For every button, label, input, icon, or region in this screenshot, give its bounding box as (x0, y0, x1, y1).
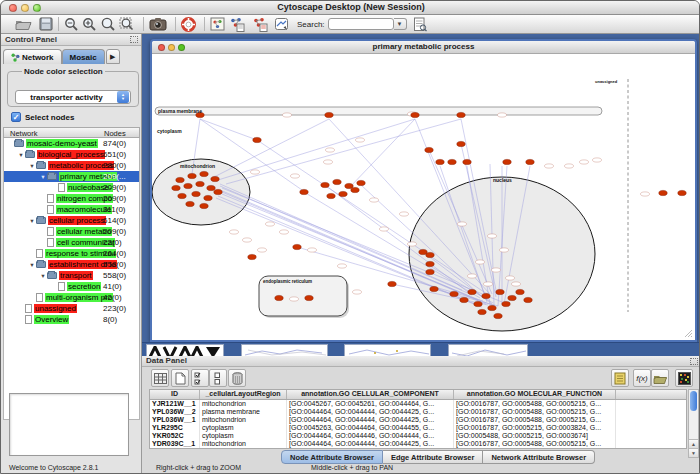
table-cell[interactable]: YLR295C (150, 424, 200, 432)
more-tabs-button[interactable]: ▶ (106, 49, 120, 64)
table-cell[interactable]: YPL036W__1 (150, 416, 200, 424)
background-window-fragment[interactable] (344, 344, 431, 356)
table-cell[interactable]: YKR052C (150, 432, 200, 440)
node-color-dropdown[interactable]: transporter activity ▲▼ (15, 90, 131, 104)
birdseye-view-panel[interactable] (9, 393, 129, 456)
scroll-up-arrow[interactable]: ▲ (689, 439, 698, 448)
column-header-cellularlayoutregion[interactable]: _cellularLayoutRegion (200, 390, 287, 399)
column-header-id[interactable]: ID (150, 390, 200, 399)
table-cell[interactable]: cytoplasm (200, 424, 287, 432)
table-row-ypl036w-2[interactable]: YPL036W__2plasma membrane[GO:0044464, GO… (150, 408, 686, 416)
tab-node-attribute-browser[interactable]: Node Attribute Browser (281, 450, 383, 464)
tab-mosaic[interactable]: Mosaic (62, 49, 105, 64)
tree-row-transport[interactable]: ▼transport558(0) (4, 270, 139, 281)
matrix-heatmap-icon[interactable] (675, 369, 693, 387)
table-cell[interactable]: [GO:0016787, GO:0005488, GO:0005215, G..… (454, 408, 616, 416)
float-panel-icon[interactable] (130, 36, 138, 43)
window-titlebar[interactable]: Cytoscape Desktop (New Session) (1, 1, 700, 15)
tree-row-nucleobase[interactable]: nucleobase-209(0) (4, 182, 139, 193)
tree-row-secretion[interactable]: secretion41(0) (4, 281, 139, 292)
tab-edge-attribute-browser[interactable]: Edge Attribute Browser (383, 450, 483, 464)
snapshot-camera-icon[interactable] (149, 15, 167, 33)
search-dropdown-arrow[interactable]: ▼ (394, 18, 407, 30)
table-cell[interactable]: [GO:0044464, GO:0044444, GO:0044425, G..… (287, 408, 454, 416)
table-scrollbar[interactable]: ▲ ▼ (688, 389, 699, 458)
new-attribute-icon[interactable] (171, 369, 189, 387)
table-cell[interactable]: YPL036W__2 (150, 408, 200, 416)
expand-arrow-icon[interactable]: ▼ (28, 163, 36, 169)
tree-row-response-to-stimulu[interactable]: response to stimulu264(0) (4, 248, 139, 259)
table-row-yjr121w-1[interactable]: YJR121W__1mitochondrion[GO:0045267, GO:0… (150, 400, 686, 408)
network-canvas[interactable]: plasma membranecytoplasmmitochondrionnuc… (152, 54, 695, 340)
import-annotation-icon[interactable] (413, 15, 427, 33)
table-cell[interactable]: [GO:0005488, GO:0005215, GO:0003674] (454, 432, 616, 440)
attribute-table[interactable]: ID_cellularLayoutRegionannotation.GO CEL… (149, 389, 687, 449)
float-panel-icon[interactable] (690, 358, 698, 365)
attribute-editor-icon[interactable] (611, 369, 629, 387)
tree-row-biological-process[interactable]: ▼biological_process651(0) (4, 149, 139, 160)
background-window-fragment[interactable] (241, 344, 328, 356)
table-row-ypl036w-1[interactable]: YPL036W__1mitochondrion[GO:0044464, GO:0… (150, 416, 686, 424)
table-cell[interactable]: mitochondrion (200, 416, 287, 424)
zoom-out-icon[interactable] (64, 15, 79, 33)
import-attributes-folder-icon[interactable] (651, 369, 669, 387)
expand-arrow-icon[interactable]: ▼ (28, 262, 36, 268)
background-window-fragment[interactable] (146, 344, 224, 356)
expand-arrow-icon[interactable]: ▼ (39, 273, 47, 279)
expand-arrow-icon[interactable]: ▼ (39, 174, 47, 180)
delete-attribute-trash-icon[interactable] (228, 369, 246, 387)
tab-network-attribute-browser[interactable]: Network Attribute Browser (483, 450, 595, 464)
tree-row-metabolic-process[interactable]: ▼metabolic process280(0) (4, 160, 139, 171)
help-lifering-icon[interactable] (181, 15, 196, 33)
tree-row-cellular-metabo[interactable]: cellular metabo209(0) (4, 226, 139, 237)
scrollbar-thumb[interactable] (690, 391, 697, 411)
table-cell[interactable]: [GO:0045263, GO:0044464, GO:0044455, G..… (287, 424, 454, 432)
unselect-all-attributes-icon[interactable] (209, 369, 227, 387)
birdseye-view-icon[interactable] (210, 15, 225, 33)
zoom-selected-region-icon[interactable] (119, 15, 135, 33)
network-view-titlebar[interactable]: primary metabolic process (152, 41, 695, 54)
network-view-window[interactable]: primary metabolic process plasma membran… (150, 39, 697, 342)
table-cell[interactable]: [GO:0016787, GO:0005488, GO:0005215, G..… (454, 440, 616, 448)
select-all-attributes-icon[interactable] (191, 369, 209, 387)
table-row-ylr295c[interactable]: YLR295Ccytoplasm[GO:0045263, GO:0044464,… (150, 424, 686, 432)
save-session-icon[interactable] (39, 15, 53, 33)
tree-row-cellular-process[interactable]: ▼cellular process614(0) (4, 215, 139, 226)
function-builder-icon[interactable]: f(x) (633, 369, 651, 387)
table-cell[interactable]: plasma membrane (200, 408, 287, 416)
tree-row-primary-metabo[interactable]: ▼primary metabo209(... (4, 171, 139, 182)
background-window-fragment[interactable] (448, 344, 528, 356)
table-cell[interactable]: YJR121W__1 (150, 400, 200, 408)
table-cell[interactable]: [GO:0016787, GO:0005215, GO:0003824, G..… (454, 424, 616, 432)
zoom-fit-icon[interactable] (100, 15, 116, 33)
table-cell[interactable]: mitochondrion (200, 440, 287, 448)
table-cell[interactable]: [GO:0016787, GO:0005488, GO:0005215, G..… (454, 400, 616, 408)
table-cell[interactable]: cytoplasm (200, 432, 287, 440)
tree-row-multi-organism-pro[interactable]: multi-organism pro42(0) (4, 292, 139, 303)
table-cell[interactable]: [GO:0045267, GO:0045261, GO:0044464, G..… (287, 400, 454, 408)
column-header-annotation-go-molecular-function[interactable]: annotation.GO MOLECULAR_FUNCTION (454, 390, 616, 399)
table-row-ydr039c-1[interactable]: YDR039C__1mitochondrion[GO:0044464, GO:0… (150, 440, 686, 448)
select-attributes-icon[interactable] (151, 369, 169, 387)
table-cell[interactable]: [GO:0044464, GO:0044446, GO:0044444, G..… (287, 432, 454, 440)
expand-arrow-icon[interactable]: ▼ (17, 152, 25, 158)
tree-row-nitrogen-compo[interactable]: nitrogen compo209(0) (4, 193, 139, 204)
open-file-icon[interactable] (15, 15, 32, 33)
table-cell[interactable]: [GO:0044464, GO:0044444, GO:0044425, G..… (287, 440, 454, 448)
select-nodes-checkbox[interactable]: ✓ (11, 112, 21, 122)
zoom-in-icon[interactable] (82, 15, 97, 33)
tree-row-establishment-of-lo[interactable]: ▼establishment of lo558(0) (4, 259, 139, 270)
create-view-icon[interactable] (252, 15, 268, 33)
tree-row-mosaic-demo-yeast[interactable]: mosaic-demo-yeast874(0) (4, 138, 139, 149)
column-header-annotation-go-cellular-component[interactable]: annotation.GO CELLULAR_COMPONENT (287, 390, 454, 399)
table-cell[interactable]: YDR039C__1 (150, 440, 200, 448)
tree-row-overview[interactable]: Overview8(0) (4, 314, 139, 325)
tab-network[interactable]: Network (3, 49, 62, 64)
search-input[interactable] (328, 18, 394, 30)
table-cell[interactable]: [GO:0044464, GO:0044444, GO:0044425, G..… (287, 416, 454, 424)
vizmapper-icon[interactable] (274, 15, 289, 33)
tree-row-macromolecule[interactable]: macromolecule311(0) (4, 204, 139, 215)
expand-arrow-icon[interactable]: ▼ (28, 218, 36, 224)
create-network-icon[interactable] (229, 15, 245, 33)
table-row-ykr052c[interactable]: YKR052Ccytoplasm[GO:0044464, GO:0044446,… (150, 432, 686, 440)
